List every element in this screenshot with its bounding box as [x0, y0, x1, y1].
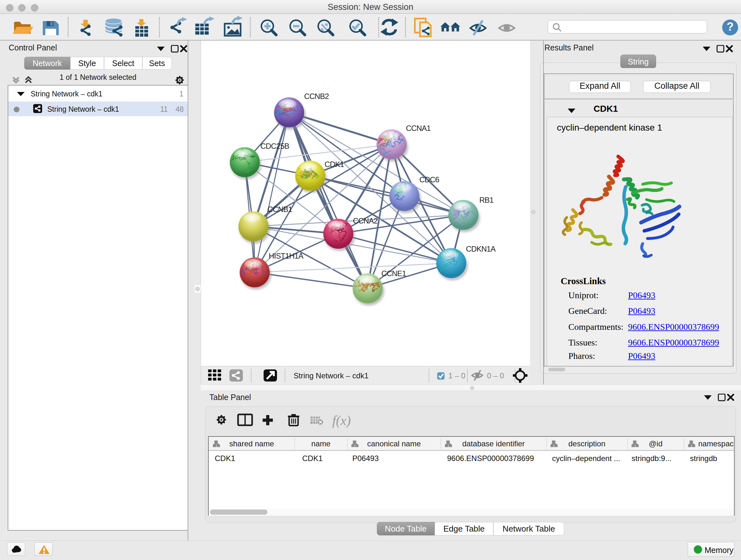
svg-text:CCNA2: CCNA2 [353, 216, 378, 225]
svg-text:CDK1: CDK1 [325, 160, 344, 169]
svg-text:0 – 0: 0 – 0 [487, 371, 504, 380]
svg-text:f(x): f(x) [332, 413, 351, 428]
svg-text:1 – 0: 1 – 0 [448, 371, 465, 380]
svg-text:CDKN1A: CDKN1A [466, 245, 495, 253]
svg-text:CCNA1: CCNA1 [406, 124, 431, 132]
svg-text:CDC25B: CDC25B [260, 142, 289, 150]
svg-text:CCNB2: CCNB2 [304, 92, 329, 101]
svg-text:CCNB1: CCNB1 [267, 205, 292, 213]
svg-text:String Network – cdk1: String Network – cdk1 [293, 371, 368, 380]
svg-text:CCNE1: CCNE1 [381, 269, 406, 278]
svg-text:RB1: RB1 [479, 196, 494, 204]
svg-text:HIST1H1A: HIST1H1A [269, 252, 304, 260]
svg-text:CDC6: CDC6 [419, 175, 440, 184]
